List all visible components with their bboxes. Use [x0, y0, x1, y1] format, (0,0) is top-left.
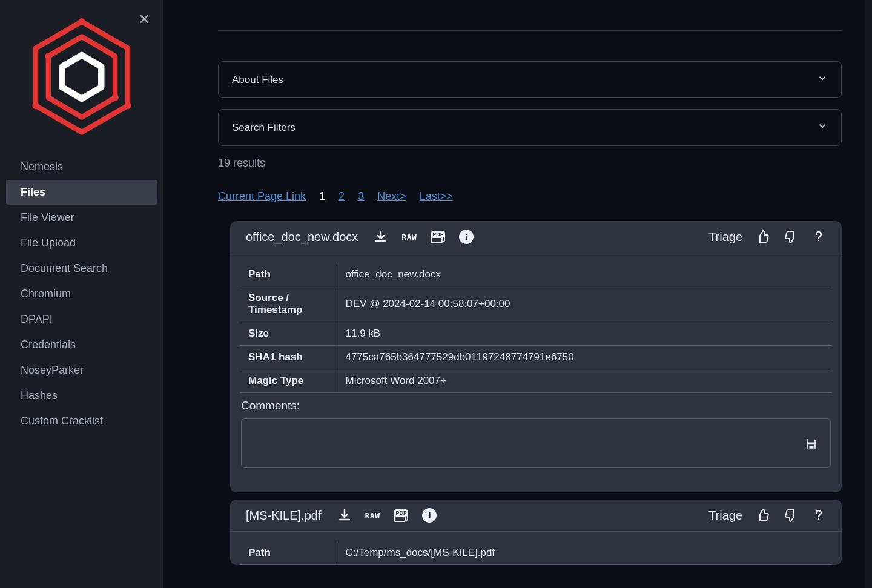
file-details-table: PathC:/Temp/ms_docs/[MS-KILE].pdf	[240, 541, 832, 565]
sidebar-item-file-upload[interactable]: File Upload	[6, 231, 157, 256]
card-header: office_doc_new.docx RAW PDF i Triage	[230, 221, 842, 253]
file-card: [MS-KILE].pdf RAW PDF i Triage PathC	[230, 500, 842, 565]
table-row: Size11.9 kB	[240, 322, 832, 346]
chevron-down-icon	[817, 121, 828, 134]
page-next[interactable]: Next>	[377, 190, 406, 203]
file-details-table: Pathoffice_doc_new.docx Source / Timesta…	[240, 263, 832, 393]
triage-label: Triage	[708, 230, 742, 244]
table-row: Magic TypeMicrosoft Word 2007+	[240, 369, 832, 393]
download-icon[interactable]	[374, 230, 388, 244]
sidebar-item-nemesis[interactable]: Nemesis	[6, 154, 157, 179]
pdf-icon[interactable]: PDF	[393, 508, 409, 523]
sidebar-item-hashes[interactable]: Hashes	[6, 383, 157, 408]
scrollbar[interactable]	[865, 0, 872, 588]
sidebar-item-document-search[interactable]: Document Search	[6, 256, 157, 281]
sidebar-item-noseyparker[interactable]: NoseyParker	[6, 358, 157, 383]
svg-point-4	[32, 102, 39, 109]
sidebar-item-chromium[interactable]: Chromium	[6, 282, 157, 306]
page-1: 1	[319, 190, 325, 203]
table-row: SHA1 hash4775ca765b364777529db0119724877…	[240, 346, 832, 369]
table-row: PathC:/Temp/ms_docs/[MS-KILE].pdf	[240, 541, 832, 565]
thumbs-up-icon[interactable]	[756, 230, 770, 244]
accordion-label: About Files	[232, 74, 283, 86]
sidebar-item-dpapi[interactable]: DPAPI	[6, 307, 157, 332]
page-last[interactable]: Last>>	[420, 190, 453, 203]
sidebar-item-files[interactable]: Files	[6, 180, 157, 205]
info-icon[interactable]: i	[422, 508, 437, 523]
svg-point-6	[45, 53, 51, 59]
svg-point-5	[124, 102, 131, 109]
file-card: office_doc_new.docx RAW PDF i Triage	[230, 221, 842, 492]
results-count: 19 results	[218, 157, 842, 170]
svg-point-3	[78, 18, 85, 25]
close-icon[interactable]: ✕	[138, 11, 150, 28]
page-3[interactable]: 3	[358, 190, 364, 203]
svg-marker-2	[62, 55, 102, 99]
file-name: [MS-KILE].pdf	[246, 509, 322, 523]
main-content: About Files Search Filters 19 results Cu…	[164, 0, 872, 588]
svg-point-7	[111, 94, 118, 101]
accordion-label: Search Filters	[232, 122, 296, 134]
pdf-icon[interactable]: PDF	[430, 230, 446, 244]
thumbs-down-icon[interactable]	[784, 508, 798, 523]
comments-label: Comments:	[230, 393, 842, 418]
comments-input[interactable]	[241, 418, 831, 468]
chevron-down-icon	[817, 73, 828, 87]
sidebar-item-file-viewer[interactable]: File Viewer	[6, 205, 157, 230]
divider	[218, 30, 842, 31]
search-filters-accordion[interactable]: Search Filters	[218, 109, 842, 146]
info-icon[interactable]: i	[459, 230, 474, 244]
sidebar-item-custom-cracklist[interactable]: Custom Cracklist	[6, 409, 157, 434]
download-icon[interactable]	[337, 508, 352, 523]
raw-button[interactable]: RAW	[365, 511, 380, 520]
current-page-link[interactable]: Current Page Link	[218, 190, 306, 203]
page-2[interactable]: 2	[339, 190, 345, 203]
triage-label: Triage	[708, 509, 742, 523]
thumbs-down-icon[interactable]	[784, 230, 798, 244]
help-icon[interactable]	[811, 508, 826, 523]
card-header: [MS-KILE].pdf RAW PDF i Triage	[230, 500, 842, 532]
table-row: Pathoffice_doc_new.docx	[240, 263, 832, 286]
table-row: Source / TimestampDEV @ 2024-02-14 00:58…	[240, 286, 832, 322]
thumbs-up-icon[interactable]	[756, 508, 770, 523]
save-icon[interactable]	[804, 436, 819, 454]
sidebar: ✕ NemesisFilesFile ViewerFile UploadDocu…	[0, 0, 164, 588]
raw-button[interactable]: RAW	[401, 233, 417, 242]
file-name: office_doc_new.docx	[246, 230, 358, 244]
sidebar-item-credentials[interactable]: Credentials	[6, 332, 157, 357]
help-icon[interactable]	[811, 230, 826, 244]
pagination: Current Page Link 1 2 3 Next> Last>>	[218, 190, 842, 203]
svg-marker-1	[48, 37, 115, 117]
about-files-accordion[interactable]: About Files	[218, 61, 842, 98]
